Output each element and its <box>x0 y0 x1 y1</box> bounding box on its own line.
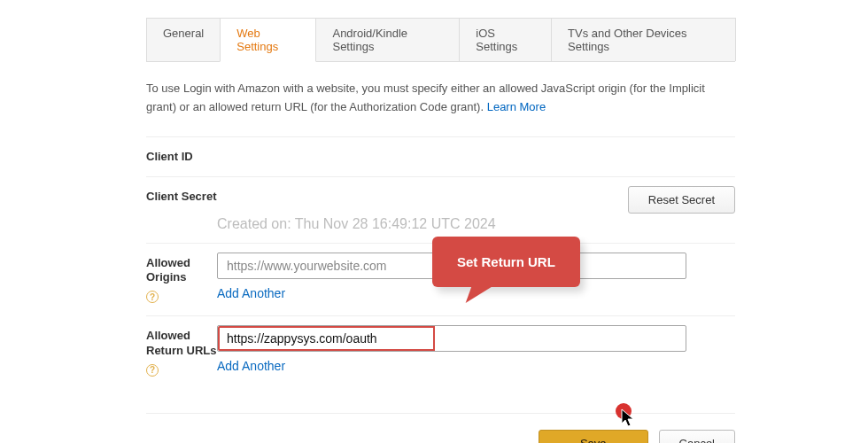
row-client-id: Client ID <box>146 136 735 176</box>
tab-tvs-other[interactable]: TVs and Other Devices Settings <box>551 18 736 61</box>
allowed-return-urls-input-wrap <box>217 325 686 352</box>
row-allowed-origins: Allowed Origins ? Add Another Set Return… <box>146 243 735 315</box>
allowed-return-urls-label-block: Allowed Return URLs ? <box>146 325 217 377</box>
tab-general[interactable]: General <box>146 18 221 61</box>
client-secret-value <box>217 186 616 206</box>
tab-android-kindle[interactable]: Android/Kindle Settings <box>315 18 460 61</box>
created-on-text: Created on: Thu Nov 28 16:49:12 UTC 2024 <box>217 216 616 232</box>
help-icon[interactable]: ? <box>146 291 159 303</box>
allowed-return-urls-input[interactable] <box>218 326 435 351</box>
client-id-value <box>217 146 735 166</box>
row-allowed-return-urls: Allowed Return URLs ? Add Another <box>146 315 735 388</box>
reset-secret-button[interactable]: Reset Secret <box>628 186 735 214</box>
tabs-bar: General Web Settings Android/Kindle Sett… <box>146 18 735 62</box>
help-icon[interactable]: ? <box>146 364 159 377</box>
allowed-origins-add-another[interactable]: Add Another <box>217 286 735 300</box>
client-secret-label: Client Secret <box>146 186 217 205</box>
input-spacer <box>435 326 686 351</box>
tab-web-settings[interactable]: Web Settings <box>220 18 316 62</box>
allowed-origins-label-block: Allowed Origins ? <box>146 253 217 305</box>
cancel-button[interactable]: Cancel <box>659 430 735 443</box>
learn-more-link[interactable]: Learn More <box>487 100 546 113</box>
allowed-return-urls-label: Allowed Return URLs <box>146 329 216 357</box>
footer-buttons: Save Cancel <box>146 413 735 443</box>
allowed-return-urls-add-another[interactable]: Add Another <box>217 359 735 373</box>
intro-text-block: To use Login with Amazon with a website,… <box>146 80 735 117</box>
tab-ios[interactable]: iOS Settings <box>459 18 552 61</box>
row-client-secret: Client Secret Created on: Thu Nov 28 16:… <box>146 176 735 243</box>
intro-text: To use Login with Amazon with a website,… <box>146 82 705 113</box>
save-button[interactable]: Save <box>539 430 648 443</box>
allowed-origins-input[interactable] <box>217 253 686 279</box>
allowed-origins-label: Allowed Origins <box>146 256 190 284</box>
client-id-label: Client ID <box>146 146 217 165</box>
